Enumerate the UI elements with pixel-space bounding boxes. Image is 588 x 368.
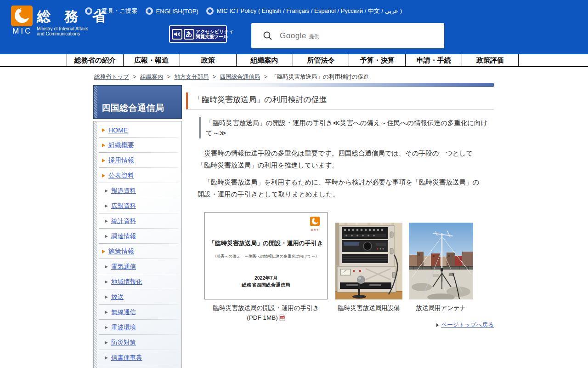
logo-acronym: MIC xyxy=(12,27,32,36)
triangle-bullet-icon xyxy=(105,311,108,314)
nav-item-application[interactable]: 申請・手続 xyxy=(405,54,462,66)
site-header: 総 務 省 MIC Ministry of Internal Affairs a… xyxy=(0,0,588,54)
nav-item-organization[interactable]: 組織案内 xyxy=(236,54,293,66)
sidebar-item-denki-tsushin[interactable]: 電気通信 xyxy=(98,259,181,274)
accessibility-label: アクセシビリティ 閲覧支援ツール xyxy=(196,29,233,40)
nav-item-press[interactable]: 広報・報道 xyxy=(123,54,180,66)
nav-item-about[interactable]: 総務省の紹介 xyxy=(67,54,123,66)
triangle-bullet-icon xyxy=(102,128,105,132)
page-title: 「臨時災害放送局」の利用検討の促進 xyxy=(186,92,494,109)
search-icon xyxy=(263,31,272,40)
svg-text:PDF: PDF xyxy=(280,316,284,319)
triangle-bullet-icon xyxy=(102,159,105,162)
gradient-bar xyxy=(186,83,494,87)
circle-icon xyxy=(206,7,214,15)
cover-subtitle: 《災害への備え ～住民への情報伝達の多重化に向けて～》 xyxy=(205,254,327,259)
sidebar-item-bosai-taisaku[interactable]: 防災対策 xyxy=(98,335,181,350)
section-subtitle: 「臨時災害放送局」の開設・運用の手引き≪災害への備え～住民への情報伝達の多重化に… xyxy=(199,117,492,138)
page: 総 務 省 MIC Ministry of Internal Affairs a… xyxy=(0,0,588,368)
main-content: 「臨時災害放送局」の利用検討の促進 「臨時災害放送局」の開設・運用の手引き≪災害… xyxy=(186,83,494,368)
sidebar-item-chotatsu-joho[interactable]: 調達情報 xyxy=(98,229,181,244)
sidebar-item-hoso[interactable]: 放送 xyxy=(98,289,181,305)
triangle-bullet-icon xyxy=(105,356,108,359)
equipment-photo xyxy=(335,223,402,301)
sidebar-item-shinshobin-jigyo[interactable]: 信書便事業 xyxy=(98,350,181,365)
nav-item-evaluation[interactable]: 政策評価 xyxy=(462,54,519,66)
global-nav: 総務省の紹介 広報・報道 政策 組織案内 所管法令 予算・決算 申請・手続 政策… xyxy=(0,54,588,66)
antenna-photo xyxy=(409,223,473,301)
header-link-english[interactable]: ENGLISH(TOP) xyxy=(146,7,198,15)
mic-logo-icon[interactable] xyxy=(11,6,33,28)
caption-equipment: 臨時災害放送局用設備 xyxy=(333,303,405,313)
breadcrumb-link-organization[interactable]: 組織案内 xyxy=(140,74,163,80)
triangle-bullet-icon xyxy=(436,323,439,327)
breadcrumb: 総務省トップ > 組織案内 > 地方支分部局 > 四国総合通信局 > 「臨時災害… xyxy=(94,73,369,81)
header-link-ict-policy[interactable]: MIC ICT Policy ( English / Français / Es… xyxy=(206,7,402,15)
paragraph-1: 災害時の情報伝送手段の多重化は重要です。四国総合通信局では、その手段の一つとして… xyxy=(198,147,480,171)
header-links: ご意見・ご提案 ENGLISH(TOP) MIC ICT Policy ( En… xyxy=(85,7,410,15)
triangle-bullet-icon xyxy=(105,326,108,329)
breadcrumb-link-top[interactable]: 総務省トップ xyxy=(94,74,129,80)
triangle-bullet-icon xyxy=(105,265,108,268)
triangle-bullet-icon xyxy=(105,281,108,283)
paragraph-2: 「臨時災害放送局」を利用するために、平時から検討が必要な事項を「臨時災害放送局」… xyxy=(198,176,480,200)
sidebar-item-kohyo-shiryo[interactable]: 公表資料 xyxy=(98,168,181,183)
nav-item-budget[interactable]: 予算・決算 xyxy=(349,54,405,66)
cover-date: 2022年7月 xyxy=(205,275,327,282)
speaker-icon xyxy=(172,29,182,40)
triangle-bullet-icon xyxy=(105,205,108,207)
nav-item-laws[interactable]: 所管法令 xyxy=(293,54,349,66)
sidebar-menu: HOME 組織概要 採用情報 公表資料 報道資料 広報資料 統計資料 調達情報 … xyxy=(93,121,182,368)
breadcrumb-link-shikoku[interactable]: 四国総合通信局 xyxy=(220,74,260,80)
breadcrumb-link-regional[interactable]: 地方支分部局 xyxy=(174,74,209,80)
cover-org: 総務省四国総合通信局 xyxy=(205,282,327,288)
triangle-bullet-icon xyxy=(105,190,108,192)
sidebar-item-denpa-kankyo[interactable]: 電波環境 xyxy=(98,320,181,335)
logo-english: Ministry of Internal Affairs and Communi… xyxy=(37,26,88,36)
circle-icon xyxy=(85,7,92,15)
caption-antenna: 放送局用アンテナ xyxy=(407,303,475,313)
sidebar-item-chiiki-johoka[interactable]: 地域情報化 xyxy=(98,274,181,289)
triangle-bullet-icon xyxy=(102,144,105,147)
sidebar-item-koho-shiryo[interactable]: 広報資料 xyxy=(98,198,181,213)
sidebar-item-saiyo-joho[interactable]: 採用情報 xyxy=(98,153,181,168)
sidebar-item-musen-tsushin[interactable]: 無線通信 xyxy=(98,305,181,320)
sidebar-item-soshiki-gaiyo[interactable]: 組織概要 xyxy=(98,138,181,153)
triangle-bullet-icon xyxy=(102,250,105,253)
sidebar-item-tokei-shiryo[interactable]: 統計資料 xyxy=(98,213,181,229)
breadcrumb-current: 「臨時災害放送局」の利用検討の促進 xyxy=(271,74,369,80)
sidebar-item-hodo-shiryo[interactable]: 報道資料 xyxy=(98,183,181,198)
nav-item-policy[interactable]: 政策 xyxy=(180,54,236,66)
triangle-bullet-icon xyxy=(102,174,105,178)
circle-icon xyxy=(146,7,153,15)
search-engine-label: Google xyxy=(280,31,306,40)
sidebar-title-box: 四国総合通信局 xyxy=(93,85,182,119)
pdf-file-icon[interactable]: PDF xyxy=(279,316,285,322)
sidebar-item-home[interactable]: HOME xyxy=(98,122,181,138)
triangle-bullet-icon xyxy=(105,235,108,238)
back-to-top[interactable]: ページトップへ戻る xyxy=(436,321,494,329)
caption-pdf: 臨時災害放送局の開設・運用の手引き (PDF 1MB) PDF xyxy=(199,303,333,324)
mic-logo-small-icon: 総務省 xyxy=(310,217,320,231)
search-input[interactable]: Google 提供 xyxy=(251,23,444,48)
figures-row: 総務省 「臨時災害放送局」の開設・運用の手引き 《災害への備え ～住民への情報伝… xyxy=(186,212,494,299)
triangle-bullet-icon xyxy=(105,296,108,299)
search-provided-label: 提供 xyxy=(309,31,319,40)
triangle-bullet-icon xyxy=(105,341,108,344)
nav-divider xyxy=(0,66,588,67)
header-link-feedback[interactable]: ご意見・ご提案 xyxy=(85,7,138,15)
cover-title: 「臨時災害放送局」の開設・運用の手引き xyxy=(205,239,327,247)
pdf-cover-image[interactable]: 総務省 「臨時災害放送局」の開設・運用の手引き 《災害への備え ～住民への情報伝… xyxy=(204,212,328,299)
kana-icon: あ xyxy=(184,29,194,40)
accessibility-tool-button[interactable]: あ アクセシビリティ 閲覧支援ツール xyxy=(169,25,227,43)
sidebar-item-shisaku-joho[interactable]: 施策情報 xyxy=(98,244,181,259)
triangle-bullet-icon xyxy=(105,220,108,223)
sidebar-title: 四国総合通信局 xyxy=(102,102,164,114)
